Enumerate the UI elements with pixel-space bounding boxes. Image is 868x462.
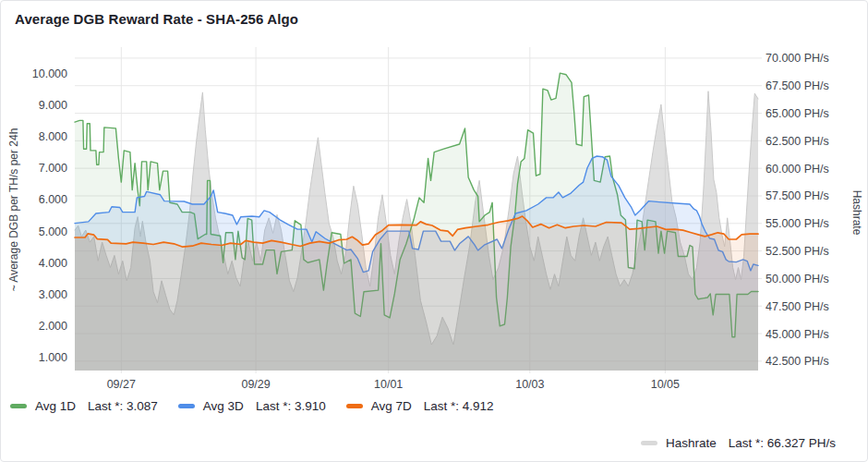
x-tick-label: 10/03 (515, 378, 544, 391)
legend-item-avg-1d[interactable]: Avg 1D Last *: 3.087 (10, 399, 158, 413)
y-right-tick-label: 70.000 PH/s (766, 52, 829, 65)
legend-label: Avg 1D (35, 399, 76, 413)
y-left-tick-label: 10.000 (32, 67, 67, 80)
x-tick-label: 10/05 (651, 378, 680, 391)
legend-item-avg-3d[interactable]: Avg 3D Last *: 3.910 (178, 399, 326, 413)
legend-last-value: Last *: 66.327 PH/s (729, 436, 836, 450)
y-right-tick-label: 52.500 PH/s (766, 245, 829, 258)
y-right-tick-label: 42.500 PH/s (766, 355, 829, 368)
legend-item-hashrate[interactable]: Hashrate Last *: 66.327 PH/s (641, 436, 836, 450)
y-right-tick-label: 62.500 PH/s (766, 135, 829, 148)
y-right-tick-label: 55.000 PH/s (766, 217, 829, 230)
y-left-tick-label: 4.000 (39, 257, 67, 270)
y-left-tick-label: 9.000 (39, 99, 67, 112)
y-left-tick-label: 6.000 (39, 193, 67, 206)
y-left-tick-label: 8.000 (39, 130, 67, 143)
legend-last-value: Last *: 4.912 (424, 399, 494, 413)
legend-item-avg-7d[interactable]: Avg 7D Last *: 4.912 (346, 399, 494, 413)
y-left-tick-label: 3.000 (39, 288, 67, 301)
y-right-tick-label: 47.500 PH/s (766, 300, 829, 313)
x-tick-label: 09/29 (241, 378, 270, 391)
avg-1d-swatch-icon (10, 404, 27, 408)
x-tick-label: 10/01 (374, 378, 403, 391)
y-left-tick-label: 2.000 (39, 320, 67, 333)
legend-label: Avg 7D (371, 399, 412, 413)
y-left-tick-label: 7.000 (39, 162, 67, 175)
y-left-tick-label: 5.000 (39, 225, 67, 238)
y-right-tick-label: 67.500 PH/s (766, 79, 829, 92)
y-left-tick-label: 1.000 (39, 351, 67, 364)
y-right-tick-label: 45.000 PH/s (766, 328, 829, 341)
chart-card: Average DGB Reward Rate - SHA-256 Algo ~… (0, 0, 868, 462)
chart-canvas[interactable]: 10.0009.0008.0007.0006.0005.0004.0003.00… (1, 1, 868, 393)
y-right-tick-label: 50.000 PH/s (766, 273, 829, 286)
legend-label: Avg 3D (203, 399, 244, 413)
avg-7d-swatch-icon (346, 404, 363, 408)
legend-primary: Avg 1D Last *: 3.087 Avg 3D Last *: 3.91… (10, 399, 494, 413)
hashrate-swatch-icon (641, 441, 657, 445)
y-right-tick-label: 60.000 PH/s (766, 163, 829, 176)
avg-3d-swatch-icon (178, 404, 195, 408)
legend-label: Hashrate (666, 436, 717, 450)
legend-last-value: Last *: 3.087 (88, 399, 158, 413)
legend-secondary: Hashrate Last *: 66.327 PH/s (641, 436, 836, 450)
x-tick-label: 09/27 (107, 378, 136, 391)
y-right-tick-label: 65.000 PH/s (766, 107, 829, 120)
legend-last-value: Last *: 3.910 (256, 399, 326, 413)
y-right-tick-label: 57.500 PH/s (766, 189, 829, 202)
